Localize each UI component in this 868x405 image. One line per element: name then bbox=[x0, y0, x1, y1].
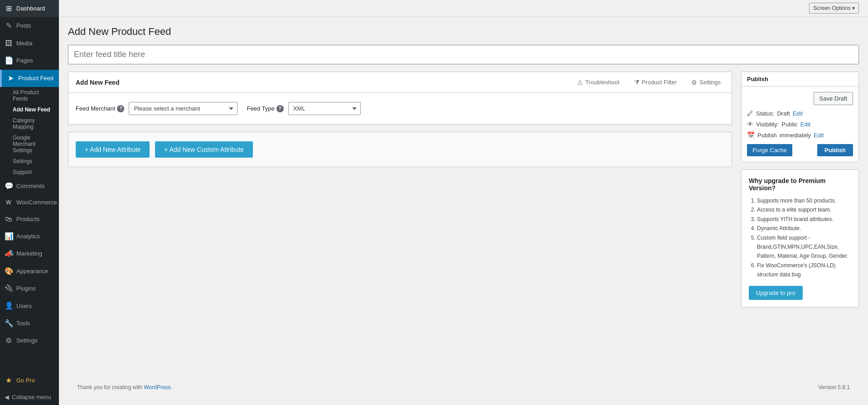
premium-features-list: Supports more than 50 products. Access t… bbox=[749, 196, 851, 280]
sidebar-item-analytics[interactable]: 📊 Analytics bbox=[0, 228, 59, 245]
sidebar-item-users[interactable]: 👤 Users bbox=[0, 297, 59, 314]
topbar: Screen Options ▾ bbox=[59, 0, 868, 17]
content-left: Add New Feed ⚠ Troubleshoot ⧩ Product Fi… bbox=[68, 72, 732, 379]
sidebar-item-label: Products bbox=[16, 215, 39, 223]
merchant-help-icon[interactable]: ? bbox=[117, 105, 124, 112]
publish-panel-body: Save Draft 🖉 Status: Draft Edit 👁 Visibi… bbox=[742, 87, 858, 162]
publish-panel-title: Publish bbox=[747, 76, 768, 82]
media-icon: 🖼 bbox=[5, 39, 13, 48]
sidebar-item-product-feed[interactable]: ➤ Product Feed bbox=[0, 70, 59, 87]
feed-type-select[interactable]: XML CSV TSV JSON bbox=[288, 102, 361, 115]
calendar-icon: 📅 bbox=[747, 131, 755, 139]
sidebar: ⊞ Dashboard ✎ Posts 🖼 Media 📄 Pages ➤ Pr… bbox=[0, 0, 59, 405]
feed-type-help-icon[interactable]: ? bbox=[276, 105, 284, 112]
marketing-icon: 📣 bbox=[5, 249, 13, 259]
list-item: Supports more than 50 products. bbox=[757, 196, 851, 205]
sidebar-sub-google-merchant[interactable]: Google Merchant Settings bbox=[0, 132, 59, 156]
status-edit-link[interactable]: Edit bbox=[793, 110, 803, 117]
upgrade-to-pro-button[interactable]: Upgrade to pro bbox=[749, 286, 803, 300]
sidebar-item-label: Go Pro bbox=[16, 376, 35, 385]
save-draft-button[interactable]: Save Draft bbox=[814, 92, 853, 105]
feed-panel-actions: ⚠ Troubleshoot ⧩ Product Filter ⚙ Settin… bbox=[573, 77, 724, 88]
collapse-label: Collapse menu bbox=[12, 394, 51, 400]
screen-options-button[interactable]: Screen Options ▾ bbox=[809, 3, 859, 14]
feed-fields-row: Feed Merchant ? Please select a merchant… bbox=[76, 102, 724, 115]
settings-button[interactable]: ⚙ Settings bbox=[688, 77, 724, 88]
product-feed-icon: ➤ bbox=[6, 73, 15, 83]
thank-you-text: Thank you for creating with bbox=[77, 384, 142, 391]
sidebar-item-go-pro[interactable]: ★ Go Pro bbox=[0, 372, 59, 389]
visibility-value: Public bbox=[781, 121, 797, 128]
collapse-menu-button[interactable]: ◀ Collapse menu bbox=[0, 389, 59, 405]
list-item: Fix WooCommerce's (JSON-LD) structure da… bbox=[757, 261, 851, 280]
product-filter-button[interactable]: ⧩ Product Filter bbox=[630, 77, 680, 88]
visibility-row: 👁 Visibility: Public Edit bbox=[747, 121, 853, 128]
tools-icon: 🔧 bbox=[5, 318, 13, 328]
sidebar-item-pages[interactable]: 📄 Pages bbox=[0, 52, 59, 69]
sidebar-item-label: Pages bbox=[16, 57, 33, 65]
collapse-icon: ◀ bbox=[5, 394, 9, 400]
sidebar-item-tools[interactable]: 🔧 Tools bbox=[0, 315, 59, 332]
sidebar-sub-settings[interactable]: Settings bbox=[0, 156, 59, 167]
content-area: Add New Product Feed Add New Feed ⚠ Trou… bbox=[59, 17, 868, 405]
wordpress-link[interactable]: WordPress bbox=[144, 384, 170, 391]
sidebar-item-label: Media bbox=[16, 39, 32, 48]
add-custom-attribute-label: + Add New Custom Attribute bbox=[164, 146, 243, 153]
publish-buttons-row: Purge Cache Publish bbox=[747, 144, 853, 156]
feed-type-field-group: Feed Type ? XML CSV TSV JSON bbox=[247, 102, 360, 115]
sidebar-sub-all-feeds[interactable]: All Product Feeds bbox=[0, 87, 59, 104]
sidebar-item-marketing[interactable]: 📣 Marketing bbox=[0, 245, 59, 262]
sidebar-item-plugins[interactable]: 🔌 Plugins bbox=[0, 280, 59, 297]
premium-title: Why upgrade to Premium Version? bbox=[749, 177, 851, 192]
purge-cache-button[interactable]: Purge Cache bbox=[747, 144, 792, 156]
sidebar-sub-add-new-feed[interactable]: Add New Feed bbox=[0, 104, 59, 115]
list-item: Access to a elite support team. bbox=[757, 205, 851, 214]
sidebar-item-dashboard[interactable]: ⊞ Dashboard bbox=[0, 0, 59, 17]
status-icon: 🖉 bbox=[747, 110, 753, 117]
sidebar-item-label: Appearance bbox=[16, 267, 48, 275]
troubleshoot-button[interactable]: ⚠ Troubleshoot bbox=[573, 77, 623, 88]
attributes-panel: + Add New Attribute + Add New Custom Att… bbox=[68, 132, 732, 167]
list-item: Custom field support - Brand,GTIN,MPN,UP… bbox=[757, 233, 851, 261]
footer-text: Thank you for creating with WordPress. bbox=[77, 384, 172, 391]
add-new-attribute-button[interactable]: + Add New Attribute bbox=[76, 141, 150, 158]
sidebar-item-products[interactable]: 🛍 Products bbox=[0, 211, 59, 228]
content-right: Publish Save Draft 🖉 Status: Draft Edit bbox=[741, 72, 859, 379]
settings-icon: ⚙ bbox=[5, 336, 13, 346]
merchant-select[interactable]: Please select a merchant Google Shopping… bbox=[129, 102, 238, 115]
sidebar-item-posts[interactable]: ✎ Posts bbox=[0, 17, 59, 34]
sidebar-sub-category-mapping[interactable]: Category Mapping bbox=[0, 115, 59, 132]
sidebar-item-settings[interactable]: ⚙ Settings bbox=[0, 332, 59, 349]
pages-icon: 📄 bbox=[5, 56, 13, 66]
site-footer: Thank you for creating with WordPress. V… bbox=[68, 379, 859, 396]
publish-edit-link[interactable]: Edit bbox=[814, 132, 824, 139]
users-icon: 👤 bbox=[5, 301, 13, 311]
publish-panel-header: Publish bbox=[742, 72, 858, 87]
status-label: Status: bbox=[756, 110, 774, 117]
go-pro-icon: ★ bbox=[5, 376, 13, 386]
posts-icon: ✎ bbox=[5, 21, 13, 31]
sidebar-item-woocommerce[interactable]: W WooCommerce bbox=[0, 195, 59, 210]
main-content: Screen Options ▾ Add New Product Feed Ad… bbox=[59, 0, 868, 405]
sidebar-sub-support[interactable]: Support bbox=[0, 167, 59, 178]
sidebar-item-media[interactable]: 🖼 Media bbox=[0, 35, 59, 52]
sidebar-item-label: Plugins bbox=[16, 284, 36, 293]
feed-type-label: Feed Type ? bbox=[247, 105, 283, 112]
comments-icon: 💬 bbox=[5, 181, 13, 191]
sidebar-item-appearance[interactable]: 🎨 Appearance bbox=[0, 263, 59, 280]
add-new-custom-attribute-button[interactable]: + Add New Custom Attribute bbox=[155, 141, 252, 158]
plugins-icon: 🔌 bbox=[5, 284, 13, 294]
list-item: Dynamic Attribute. bbox=[757, 224, 851, 233]
attribute-buttons: + Add New Attribute + Add New Custom Att… bbox=[76, 141, 724, 158]
products-icon: 🛍 bbox=[5, 214, 13, 224]
publish-time-value: immediately bbox=[780, 132, 811, 139]
troubleshoot-label: Troubleshoot bbox=[585, 79, 619, 86]
settings-label: Settings bbox=[699, 79, 721, 86]
feed-title-input[interactable] bbox=[68, 45, 859, 64]
feed-panel-header: Add New Feed ⚠ Troubleshoot ⧩ Product Fi… bbox=[68, 72, 732, 93]
publish-button[interactable]: Publish bbox=[817, 144, 853, 156]
sidebar-item-label: Product Feed bbox=[18, 74, 53, 82]
sidebar-item-label: Posts bbox=[16, 22, 31, 30]
visibility-edit-link[interactable]: Edit bbox=[800, 121, 810, 128]
sidebar-item-comments[interactable]: 💬 Comments bbox=[0, 178, 59, 195]
